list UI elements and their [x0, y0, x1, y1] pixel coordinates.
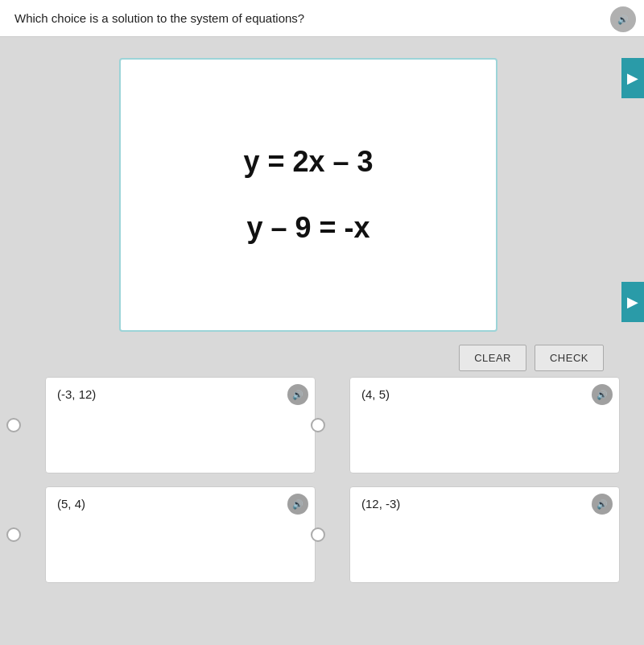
nav-arrow-top[interactable]: ▶ — [621, 58, 644, 98]
choice-c-radio[interactable] — [6, 527, 21, 542]
question-sound-icon: 🔊 — [617, 14, 629, 25]
choice-d-card[interactable]: (12, -3) 🔊 — [349, 486, 620, 583]
choice-d-radio[interactable] — [311, 527, 325, 542]
choice-a-label: (-3, 12) — [57, 387, 96, 401]
action-buttons: CLEAR CHECK — [459, 345, 604, 371]
choice-d-wrapper: (12, -3) 🔊 — [328, 486, 620, 583]
choice-b-card[interactable]: (4, 5) 🔊 — [349, 377, 620, 473]
question-sound-button[interactable]: 🔊 — [610, 6, 636, 32]
choice-d-sound-icon: 🔊 — [597, 499, 608, 510]
equation-2: y – 9 = -x — [246, 211, 369, 245]
choice-a-card[interactable]: (-3, 12) 🔊 — [45, 377, 316, 473]
arrow-bottom-icon: ▶ — [627, 293, 638, 311]
clear-button[interactable]: CLEAR — [459, 345, 526, 371]
choice-b-wrapper: (4, 5) 🔊 — [328, 377, 620, 473]
arrow-top-icon: ▶ — [627, 69, 638, 87]
choice-a-sound[interactable]: 🔊 — [287, 384, 308, 405]
choice-d-sound[interactable]: 🔊 — [592, 494, 613, 515]
choice-c-sound-icon: 🔊 — [292, 499, 303, 510]
choice-c-label: (5, 4) — [57, 497, 85, 511]
choice-c-card[interactable]: (5, 4) 🔊 — [45, 486, 316, 583]
choice-d-label: (12, -3) — [361, 497, 400, 511]
choice-b-sound[interactable]: 🔊 — [592, 384, 613, 405]
check-button[interactable]: CHECK — [535, 345, 604, 371]
choice-b-sound-icon: 🔊 — [597, 390, 608, 400]
choice-a-wrapper: (-3, 12) 🔊 — [24, 377, 316, 473]
choice-c-sound[interactable]: 🔊 — [287, 494, 308, 515]
equation-box: y = 2x – 3 y – 9 = -x — [119, 58, 497, 332]
nav-arrow-bottom[interactable]: ▶ — [621, 282, 644, 322]
question-text: Which choice is a solution to the system… — [14, 11, 304, 25]
page-wrapper: Which choice is a solution to the system… — [0, 0, 644, 645]
choice-b-label: (4, 5) — [361, 387, 390, 401]
equation-1: y = 2x – 3 — [243, 145, 373, 179]
choice-a-sound-icon: 🔊 — [292, 390, 303, 400]
question-bar: Which choice is a solution to the system… — [0, 0, 644, 37]
choice-b-radio[interactable] — [311, 418, 325, 432]
choice-a-radio[interactable] — [6, 418, 21, 432]
choice-c-wrapper: (5, 4) 🔊 — [24, 486, 316, 583]
choices-grid: (-3, 12) 🔊 (4, 5) 🔊 (5, 4) 🔊 — [24, 377, 620, 583]
